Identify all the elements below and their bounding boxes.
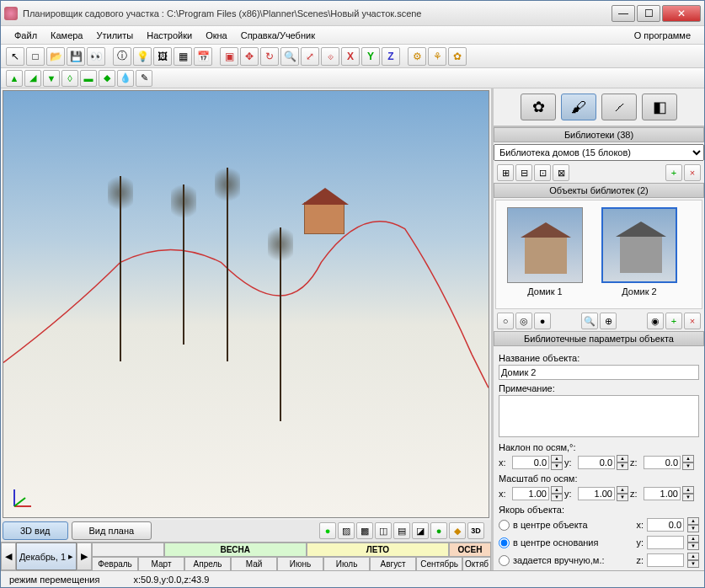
grid-icon[interactable]: ▦ (174, 47, 192, 66)
mode-path-icon[interactable]: ⟋ (601, 94, 637, 120)
image-icon[interactable]: 🖼 (153, 47, 172, 66)
terrain-2-icon[interactable]: ◢ (24, 70, 41, 87)
mode-cube-icon[interactable]: ◧ (642, 94, 677, 120)
terrain-1-icon[interactable]: ▲ (6, 70, 23, 87)
menu-windows[interactable]: Окна (199, 30, 234, 40)
zoom-icon[interactable]: 🔍 (280, 47, 299, 66)
month-cell[interactable]: Апрель (184, 557, 231, 570)
lib-a-icon[interactable]: ⊞ (497, 164, 514, 181)
lib-c-icon[interactable]: ⊡ (534, 164, 551, 181)
library-select[interactable]: Библиотека домов (15 блоков) (494, 144, 704, 161)
new-icon[interactable]: □ (26, 47, 45, 66)
anchor-center-radio[interactable] (499, 520, 510, 531)
library-item[interactable]: Домик 2 (597, 207, 681, 302)
move-icon[interactable]: ✥ (240, 47, 259, 66)
menu-about[interactable]: О программе (628, 30, 697, 40)
terrain-4-icon[interactable]: ◊ (61, 70, 78, 87)
scale-z-input[interactable] (644, 487, 681, 500)
render-a-icon[interactable]: ▨ (338, 522, 355, 539)
obj-b-icon[interactable]: ◎ (515, 313, 532, 329)
obj-c-icon[interactable]: ● (534, 313, 551, 329)
terrain-6-icon[interactable]: ◆ (99, 70, 115, 87)
render-c-icon[interactable]: ◫ (375, 522, 392, 539)
menu-settings[interactable]: Настройки (140, 30, 199, 40)
terrain-3-icon[interactable]: ▼ (43, 70, 60, 87)
axis-y-button[interactable]: Y (361, 47, 380, 66)
spinner[interactable]: ▲▼ (617, 455, 628, 470)
menu-help[interactable]: Справка/Учебник (234, 30, 322, 40)
select-rect-icon[interactable]: ▣ (220, 47, 238, 66)
tilt-y-input[interactable] (578, 456, 615, 469)
obj-find-icon[interactable]: 🔍 (581, 313, 598, 329)
minimize-button[interactable]: — (612, 5, 635, 22)
tool-a-icon[interactable]: ⚙ (408, 47, 426, 66)
month-cell[interactable]: Август (370, 557, 416, 570)
render-green-icon[interactable]: ● (319, 522, 336, 539)
lib-b-icon[interactable]: ⊟ (515, 164, 532, 181)
obj-a-icon[interactable]: ○ (497, 313, 514, 329)
anchor-y-input[interactable] (647, 536, 684, 549)
axis-z-button[interactable]: Z (382, 47, 400, 66)
render-3d-button[interactable]: 3D (467, 522, 484, 539)
timeline-next-button[interactable]: ▶ (77, 543, 92, 570)
info-icon[interactable]: ⓘ (113, 47, 131, 66)
anchor-z-input[interactable] (647, 553, 684, 567)
spinner[interactable]: ▲▼ (551, 486, 563, 501)
menu-utils[interactable]: Утилиты (90, 30, 141, 40)
binoculars-icon[interactable]: 👀 (87, 47, 105, 66)
spinner[interactable]: ▲▼ (551, 455, 563, 470)
tab-plan-view[interactable]: Вид плана (72, 521, 152, 540)
spinner[interactable]: ▲▼ (687, 517, 699, 532)
obj-del-icon[interactable]: × (684, 313, 701, 329)
rotate-icon[interactable]: ↻ (260, 47, 279, 66)
viewport-3d[interactable] (3, 90, 489, 518)
close-button[interactable]: ✕ (662, 5, 701, 22)
spinner[interactable]: ▲▼ (687, 553, 699, 568)
tilt-z-input[interactable] (644, 456, 681, 469)
axis-x-button[interactable]: X (341, 47, 360, 66)
tilt-x-input[interactable] (512, 456, 549, 469)
month-cell[interactable]: Май (231, 557, 277, 570)
lib-del-icon[interactable]: × (684, 164, 701, 181)
scale-icon[interactable]: ⤢ (301, 47, 319, 66)
spinner[interactable]: ▲▼ (617, 486, 628, 501)
tab-3d-view[interactable]: 3D вид (3, 521, 68, 540)
render-sphere-icon[interactable]: ● (430, 522, 447, 539)
month-cell[interactable]: Февраль (92, 557, 138, 570)
render-e-icon[interactable]: ◪ (412, 522, 429, 539)
mode-paint-icon[interactable]: 🖌 (561, 94, 596, 120)
month-cell[interactable]: Июнь (277, 557, 323, 570)
menu-camera[interactable]: Камера (44, 30, 89, 40)
obj-zoom-icon[interactable]: ⊕ (600, 313, 617, 329)
object-note-input[interactable] (499, 395, 699, 437)
obj-d-icon[interactable]: ◉ (647, 313, 664, 329)
scale-x-input[interactable] (512, 487, 549, 500)
anchor-x-input[interactable] (647, 518, 684, 532)
water-icon[interactable]: 💧 (117, 70, 134, 87)
render-diamond-icon[interactable]: ◆ (449, 522, 466, 539)
scale-y-input[interactable] (578, 487, 615, 500)
eyedropper-icon[interactable]: ✎ (136, 70, 152, 87)
menu-file[interactable]: Файл (8, 30, 44, 40)
lib-d-icon[interactable]: ⊠ (553, 164, 569, 181)
lib-add-icon[interactable]: + (665, 164, 682, 181)
render-b-icon[interactable]: ▩ (356, 522, 373, 539)
tool-c-icon[interactable]: ✿ (448, 47, 467, 66)
spinner[interactable]: ▲▼ (687, 535, 699, 550)
save-icon[interactable]: 💾 (67, 47, 85, 66)
month-cell[interactable]: Октяб (462, 557, 491, 570)
month-cell[interactable]: Июль (323, 557, 370, 570)
spinner[interactable]: ▲▼ (682, 486, 694, 501)
open-icon[interactable]: 📂 (46, 47, 65, 66)
anchor-manual-radio[interactable] (499, 555, 510, 566)
month-cell[interactable]: Март (138, 557, 184, 570)
spinner[interactable]: ▲▼ (682, 455, 694, 470)
timeline-prev-button[interactable]: ◀ (1, 543, 16, 570)
mode-plant-icon[interactable]: ✿ (521, 94, 556, 120)
timeline-current[interactable]: Декабрь, 1 ▸ (16, 543, 77, 570)
library-item[interactable]: Домик 1 (503, 207, 587, 302)
render-d-icon[interactable]: ▤ (393, 522, 410, 539)
tool-b-icon[interactable]: ⚘ (428, 47, 446, 66)
maximize-button[interactable]: ☐ (637, 5, 660, 22)
calendar-icon[interactable]: 📅 (194, 47, 212, 66)
